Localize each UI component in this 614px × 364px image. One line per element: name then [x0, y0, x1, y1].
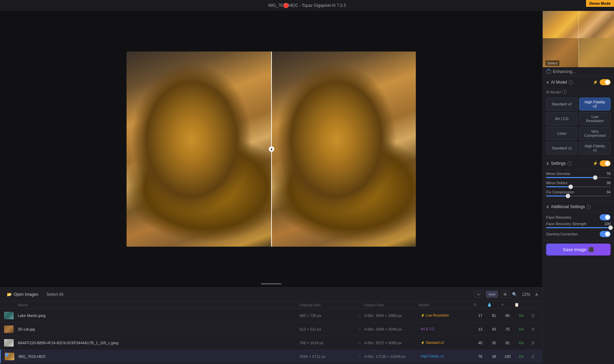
- file-model: ⚡ Low Resolution: [419, 313, 473, 318]
- view-split-button[interactable]: ▭▭: [486, 291, 498, 298]
- arrow-icon: →: [354, 340, 364, 345]
- ai-model-info-icon: i: [569, 80, 573, 85]
- on-off-badge: On: [514, 327, 528, 331]
- file-name: Lake Martin.jpeg: [18, 314, 299, 318]
- select-all-button[interactable]: Select All: [44, 291, 66, 298]
- model-btn-standard-v1[interactable]: Standard v1: [546, 142, 578, 155]
- title-bar: 🔴 IMG_7616.HEIC - Topaz Gigapixel AI 7.0…: [0, 0, 614, 11]
- model-btn-high-fidelity-v1[interactable]: High Fidelity v1: [579, 142, 611, 155]
- col-output-size: Output Size: [364, 303, 419, 307]
- active-check: ✓: [5, 353, 9, 356]
- table-row[interactable]: 3D-cat.jpg 512 × 512 px → 4.00x 2048 × 2…: [0, 322, 542, 336]
- delete-file-button[interactable]: 🗑: [528, 354, 538, 359]
- fix-compression-value: 34: [606, 190, 611, 194]
- split-container: ◆: [127, 52, 416, 247]
- model-btn-high-fidelity-v2[interactable]: High Fidelity v2: [579, 98, 611, 111]
- ai-model-toggle[interactable]: [600, 79, 611, 85]
- file-output-size: 4.00x 3840 × 2880 px: [364, 314, 419, 318]
- file-output-size: 4.00x 17136 × 22848 px: [364, 354, 419, 359]
- model-btn-very-compressed[interactable]: Very Compressed: [579, 127, 611, 140]
- settings-info-icon: i: [567, 161, 572, 166]
- split-handle[interactable]: ◆: [269, 146, 274, 152]
- image-right: [271, 52, 416, 247]
- zoom-icon: 🔍: [512, 292, 517, 297]
- minor-deblur-track[interactable]: [546, 186, 611, 187]
- stat-denoise: 17: [473, 314, 487, 318]
- enhancing-text: Enhancing...: [553, 69, 576, 74]
- stat-compress: 80: [501, 314, 514, 318]
- file-original-size: 768 × 1024 px: [299, 341, 354, 345]
- delete-file-button[interactable]: 🗑: [528, 327, 538, 332]
- collapse-panel-button[interactable]: ∧: [535, 292, 538, 297]
- gamma-correction-row: Gamma Correction: [546, 231, 611, 237]
- minor-denoise-track[interactable]: [546, 177, 611, 178]
- open-images-button[interactable]: 📂 Open Images: [4, 291, 41, 298]
- dog-image-right: [271, 52, 416, 247]
- arrow-icon: →: [354, 327, 364, 332]
- toggle-knob: [605, 80, 610, 85]
- file-thumbnail: [4, 312, 14, 319]
- file-original-size: 960 × 720 px: [299, 314, 354, 318]
- face-recovery-row: Face Recovery: [546, 214, 611, 220]
- settings-toggle[interactable]: [600, 160, 611, 166]
- on-off-badge: On: [514, 314, 528, 318]
- image-viewport[interactable]: ◆: [0, 11, 542, 287]
- ai-model-section-header[interactable]: ∨ AI Model i ⚡: [543, 76, 614, 88]
- preview-thumbnail: ⋯ Select: [543, 11, 614, 67]
- model-btn-lines[interactable]: Lines: [546, 127, 578, 140]
- gamma-correction-label: Gamma Correction: [546, 232, 578, 236]
- table-row[interactable]: Lake Martin.jpeg 960 × 720 px → 4.00x 38…: [0, 309, 542, 322]
- file-output-size: 4.00x 3072 × 4096 px: [364, 341, 419, 345]
- file-list-body[interactable]: Lake Martin.jpeg 960 × 720 px → 4.00x 38…: [0, 309, 542, 364]
- stat-deblur: 43: [487, 327, 501, 331]
- split-divider[interactable]: ◆: [271, 52, 272, 247]
- view-compare-button[interactable]: ⊞: [501, 291, 509, 298]
- table-row[interactable]: 8AAFF220-B899-4F24-82C6-0C6F5444A17B_1_1…: [0, 336, 542, 350]
- stat-denoise: 76: [473, 354, 487, 359]
- save-image-button[interactable]: Save Image ⬛: [546, 244, 611, 256]
- col-model: Model: [419, 303, 473, 307]
- app-title: IMG_7616.HEIC - Topaz Gigapixel AI 7.0.3: [268, 3, 346, 8]
- face-recovery-label: Face Recovery: [546, 215, 571, 219]
- app-icon: 🔴: [283, 3, 289, 8]
- on-off-badge: On: [514, 341, 528, 345]
- canvas-area: ◆ 📂 Open Images Select All ▭ ▭▭ ⊞ 🔍 12% …: [0, 11, 542, 364]
- additional-settings-section-header[interactable]: ∨ Additional Settings i: [543, 202, 614, 212]
- ai-model-controls: ⚡: [593, 79, 611, 85]
- minor-deblur-label: Minor Deblur: [546, 181, 568, 185]
- view-single-button[interactable]: ▭: [474, 291, 483, 298]
- stat-deblur: 35: [487, 341, 501, 345]
- model-label-row: AI Model i: [543, 88, 614, 95]
- minor-deblur-thumb: [568, 185, 573, 189]
- delete-file-button[interactable]: 🗑: [528, 340, 538, 345]
- face-recovery-toggle[interactable]: [600, 214, 611, 220]
- bottom-toolbar: 📂 Open Images Select All ▭ ▭▭ ⊞ 🔍 12% ∧: [0, 288, 542, 301]
- sliders-section: Minor Denoise 76 Minor Deblur 38 Fix Com…: [543, 170, 614, 202]
- delete-file-button[interactable]: 🗑: [528, 313, 538, 318]
- fix-compression-track[interactable]: [546, 195, 611, 196]
- model-badge-standard: ⚡ Standard v2: [419, 340, 446, 345]
- model-btn-standard-v2[interactable]: Standard v2: [546, 98, 578, 111]
- model-badge-low-res: ⚡ Low Resolution: [419, 313, 451, 318]
- model-btn-low-resolution[interactable]: Low Resolution: [579, 112, 611, 125]
- model-btn-art-cg[interactable]: Art / CG: [546, 112, 578, 125]
- model-label-info-icon: i: [562, 90, 567, 94]
- minor-denoise-fill: [546, 177, 595, 178]
- face-recovery-strength-label: Face Recovery Strength: [546, 222, 587, 226]
- table-row[interactable]: ✓ IMG_7616.HEIC 4284 × 5712 px → 4.00x 1…: [0, 350, 542, 363]
- gamma-correction-toggle[interactable]: [600, 231, 611, 237]
- face-recovery-strength-track[interactable]: [546, 227, 611, 228]
- bottom-panel: 📂 Open Images Select All ▭ ▭▭ ⊞ 🔍 12% ∧ …: [0, 287, 542, 364]
- settings-controls: ⚡: [593, 160, 611, 166]
- file-output-size: 4.00x 2048 × 2048 px: [364, 327, 419, 331]
- enhancing-row: Enhancing...: [543, 67, 614, 76]
- minor-denoise-row: Minor Denoise 76: [546, 172, 611, 176]
- stat-compress: 100: [501, 354, 514, 359]
- chevron-down-icon: ∨: [546, 161, 549, 166]
- minor-deblur-row: Minor Deblur 38: [546, 181, 611, 185]
- enhancing-spinner: [546, 69, 551, 74]
- minor-denoise-thumb: [593, 175, 597, 180]
- settings-section-header[interactable]: ∨ Settings i ⚡: [543, 158, 614, 170]
- stat-compress: 75: [501, 327, 514, 331]
- preview-menu-dots[interactable]: ⋯: [605, 14, 611, 20]
